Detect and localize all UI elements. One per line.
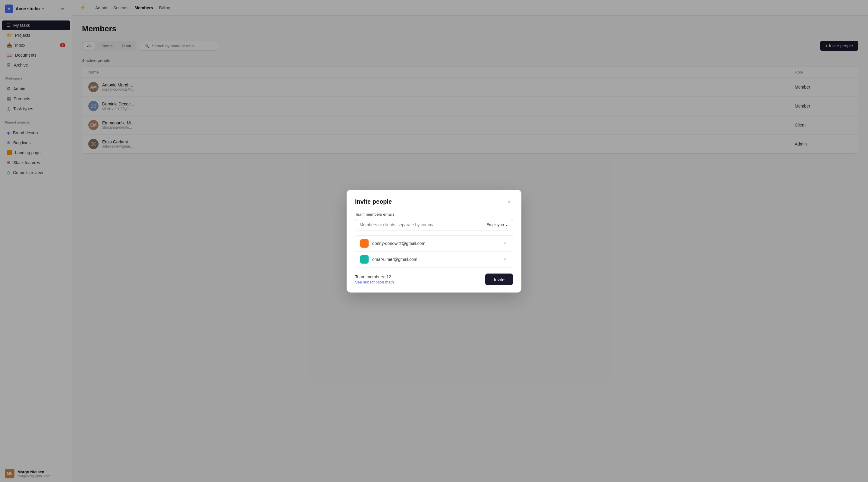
role-selector-label: Employee xyxy=(487,222,504,227)
email-input[interactable] xyxy=(360,222,479,227)
team-count: Team members: 12 xyxy=(355,275,394,279)
subscription-link[interactable]: See subscription math xyxy=(355,280,394,284)
modal-invite-button[interactable]: Invite xyxy=(485,274,513,285)
email-input-wrapper[interactable]: Employee ⌄ xyxy=(355,219,513,230)
remove-invitee-button[interactable]: × xyxy=(501,240,508,247)
modal-header: Invite people × xyxy=(355,198,513,205)
invitee-email: omar-ulmer@gmail.com xyxy=(372,257,498,262)
role-selector[interactable]: Employee ⌄ xyxy=(483,222,508,227)
invite-modal: Invite people × Team members emails Empl… xyxy=(347,190,521,292)
invitee-row: donny-donowitz@gmail.com × xyxy=(355,235,513,252)
modal-close-button[interactable]: × xyxy=(506,198,513,205)
invitee-email: donny-donowitz@gmail.com xyxy=(372,241,498,246)
modal-label: Team members emails xyxy=(355,212,513,217)
invitees-list: donny-donowitz@gmail.com × omar-ulmer@gm… xyxy=(355,235,513,267)
invitee-row: omar-ulmer@gmail.com × xyxy=(355,252,513,267)
footer-info: Team members: 12 See subscription math xyxy=(355,275,394,284)
chevron-down-icon: ⌄ xyxy=(505,222,508,227)
modal-title: Invite people xyxy=(355,198,392,205)
modal-footer: Team members: 12 See subscription math I… xyxy=(355,274,513,285)
remove-invitee-button[interactable]: × xyxy=(501,256,508,262)
invitee-avatar xyxy=(360,255,369,264)
modal-overlay[interactable]: Invite people × Team members emails Empl… xyxy=(0,0,868,482)
invitee-avatar xyxy=(360,239,369,248)
